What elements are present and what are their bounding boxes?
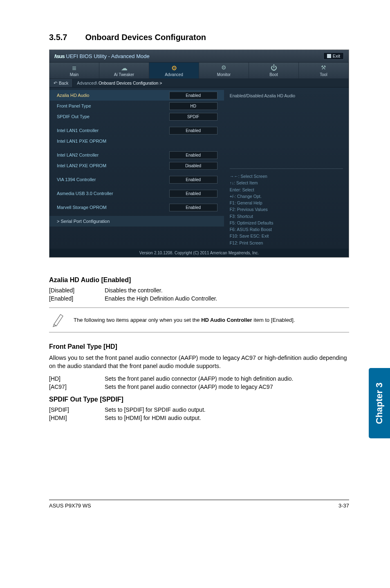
row-lan2pxe-label: Intel LAN2 PXE OPROM: [57, 163, 169, 168]
bc-current: Onboard Devices Configuration >: [99, 81, 162, 85]
tab-monitor[interactable]: Monitor: [199, 63, 249, 79]
exit-label: Exit: [333, 54, 340, 58]
key-l7: F3: Shortcut: [230, 213, 343, 220]
bios-screenshot: /\sus UEFI BIOS Utility - Advanced Mode …: [49, 49, 349, 258]
row-spdif[interactable]: SPDIF Out Type SPDIF: [49, 111, 224, 122]
front-heading: Front Panel Type [HD]: [49, 343, 349, 350]
row-lan2pxe[interactable]: Intel LAN2 PXE OPROM Disabled: [49, 160, 224, 171]
row-azalia[interactable]: Azalia HD Audio Enabled: [49, 90, 224, 101]
spdif-k0: [SPDIF]: [49, 406, 105, 413]
key-l10: F10: Save ESC: Exit: [230, 233, 343, 239]
row-via-label: VIA 1394 Controller: [57, 177, 169, 182]
bc-prefix: Advanced\: [77, 81, 97, 85]
azalia-k0: [Disabled]: [49, 287, 105, 294]
row-serial-label: > Serial Port Configuration: [57, 219, 217, 224]
azalia-k1: [Enabled]: [49, 295, 105, 302]
bios-right-panel: Enabled/Disabled Azalia HD Audio →←: Sel…: [224, 88, 349, 249]
section-title: 3.5.7 Onboard Devices Configuraton: [49, 33, 349, 42]
bios-key-hints: →←: Select Screen ↑↓: Select Item Enter:…: [230, 168, 343, 246]
row-spdif-label: SPDIF Out Type: [57, 114, 169, 119]
front-v0: Sets the front panel audio connector (AA…: [105, 375, 349, 382]
row-lan1-value[interactable]: Enabled: [169, 127, 217, 135]
azalia-heading: Azalia HD Audio [Enabled]: [49, 276, 349, 284]
row-front-value[interactable]: HD: [169, 102, 217, 110]
row-lan2-value[interactable]: Enabled: [169, 151, 217, 159]
row-lan1[interactable]: Intel LAN1 Controller Enabled: [49, 125, 224, 136]
chip-icon: [149, 64, 199, 72]
row-azalia-value[interactable]: Enabled: [169, 92, 217, 99]
key-l11: F12: Print Screen: [230, 240, 343, 246]
note-pre: The following two items appear only when…: [74, 317, 201, 323]
tab-boot-label: Boot: [269, 72, 278, 77]
chapter-side-tab: Chapter 3: [369, 368, 390, 438]
tab-main[interactable]: Main: [49, 63, 99, 79]
plug-icon: [199, 64, 249, 72]
bios-header: /\sus UEFI BIOS Utility - Advanced Mode …: [49, 50, 349, 63]
tab-tool-label: Tool: [320, 72, 327, 77]
row-usb[interactable]: Asmedia USB 3.0 Controller Enabled: [49, 188, 224, 199]
key-l9: F6: ASUS Ratio Boost: [230, 226, 343, 233]
page-footer: ASUS P9X79 WS 3-37: [49, 500, 349, 509]
row-lan2-label: Intel LAN2 Controller: [57, 153, 169, 157]
tab-monitor-label: Monitor: [217, 72, 231, 77]
tab-aitweaker-label: Ai Tweaker: [114, 72, 134, 77]
bios-brand: /\sus: [54, 53, 65, 59]
bios-foot: Version 2.10.1208. Copyright (C) 2011 Am…: [49, 249, 349, 257]
cloud-icon: [99, 64, 149, 72]
note-icon: [51, 311, 67, 329]
front-k0: [HD]: [49, 375, 105, 382]
spdif-k1: [HDMI]: [49, 415, 105, 421]
back-button[interactable]: ↶ Back: [49, 79, 73, 87]
exit-button[interactable]: Exit: [323, 52, 344, 60]
row-front[interactable]: Front Panel Type HD: [49, 101, 224, 111]
breadcrumb: ↶ Back Advanced\ Onboard Devices Configu…: [49, 79, 349, 88]
tab-tool[interactable]: Tool: [299, 63, 349, 79]
section-number: 3.5.7: [49, 33, 67, 42]
tool-icon: [299, 64, 348, 72]
tab-main-label: Main: [70, 72, 79, 77]
front-table: [HD] Sets the front panel audio connecto…: [49, 375, 349, 390]
note-post: item to [Enabled].: [253, 317, 295, 323]
row-via[interactable]: VIA 1394 Controller Enabled: [49, 174, 224, 185]
spdif-table: [SPDIF] Sets to [SPDIF] for SPDIF audio …: [49, 406, 349, 421]
row-lan2[interactable]: Intel LAN2 Controller Enabled: [49, 150, 224, 160]
row-lan1-label: Intel LAN1 Controller: [57, 128, 169, 133]
key-l2: ↑↓: Select Item: [230, 180, 343, 186]
bios-left-panel: Azalia HD Audio Enabled Front Panel Type…: [49, 88, 224, 249]
row-via-value[interactable]: Enabled: [169, 176, 217, 184]
back-arrow-icon: ↶: [54, 81, 57, 85]
bios-header-title: UEFI BIOS Utility - Advanced Mode: [66, 53, 149, 59]
row-lan2pxe-value[interactable]: Disabled: [169, 162, 217, 170]
tab-aitweaker[interactable]: Ai Tweaker: [99, 63, 149, 79]
spdif-v1: Sets to [HDMI] for HDMI audio output.: [105, 415, 349, 421]
footer-left: ASUS P9X79 WS: [49, 503, 91, 509]
key-l3: Enter: Select: [230, 186, 343, 193]
row-usb-label: Asmedia USB 3.0 Controller: [57, 191, 169, 196]
tab-advanced[interactable]: Advanced: [149, 63, 199, 79]
key-l4: +/-: Change Opt.: [230, 193, 343, 200]
tab-boot[interactable]: Boot: [249, 63, 299, 79]
row-serial[interactable]: > Serial Port Configuration: [49, 216, 224, 227]
list-icon: [49, 64, 99, 72]
note-box: The following two items appear only when…: [49, 307, 349, 332]
azalia-v1: Enables the High Definition Audio Contro…: [105, 295, 349, 302]
front-para: Allows you to set the front panel audio …: [49, 354, 349, 370]
tab-advanced-label: Advanced: [165, 72, 183, 77]
azalia-table: [Disabled] Disables the controller. [Ena…: [49, 287, 349, 302]
row-lan1pxe-value: [169, 140, 217, 142]
spdif-v0: Sets to [SPDIF] for SPDIF audio output.: [105, 406, 349, 413]
row-lan1pxe[interactable]: Intel LAN1 PXE OPROM: [49, 136, 224, 146]
row-marvell-label: Marvell Storage OPROM: [57, 205, 169, 210]
row-marvell[interactable]: Marvell Storage OPROM Enabled: [49, 202, 224, 213]
azalia-v0: Disables the controller.: [105, 287, 349, 294]
row-marvell-value[interactable]: Enabled: [169, 204, 217, 211]
row-spdif-value[interactable]: SPDIF: [169, 113, 217, 121]
spdif-heading: SPDIF Out Type [SPDIF]: [49, 396, 349, 403]
bios-help-text: Enabled/Disabled Azalia HD Audio: [230, 93, 343, 167]
note-bold: HD Audio Controller: [201, 317, 252, 323]
key-l1: →←: Select Screen: [230, 173, 343, 180]
row-azalia-label: Azalia HD Audio: [57, 93, 169, 98]
row-usb-value[interactable]: Enabled: [169, 190, 217, 197]
front-v1: Sets the front panel audio connector (AA…: [105, 384, 349, 390]
key-l6: F2: Previous Values: [230, 206, 343, 213]
